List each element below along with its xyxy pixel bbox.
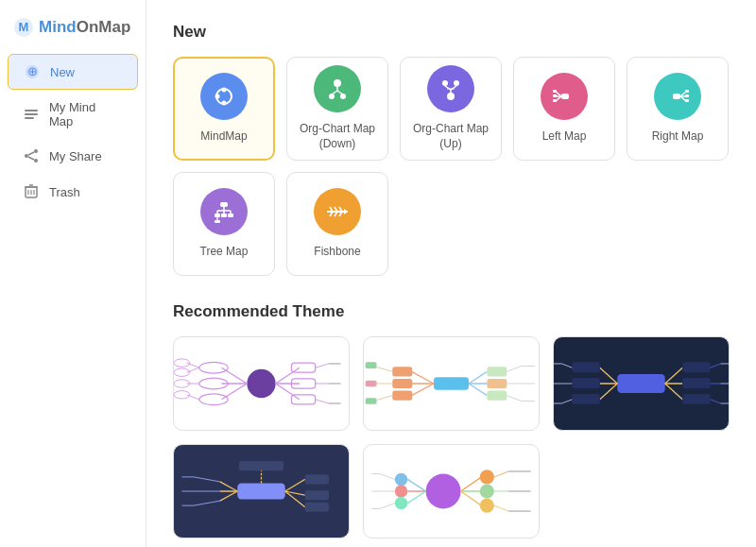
map-card-org-chart-down[interactable]: Org-Chart Map (Down) [286, 57, 388, 161]
svg-marker-61 [344, 209, 348, 214]
svg-text:⊕: ⊕ [27, 64, 38, 78]
svg-rect-137 [572, 378, 599, 388]
theme-card-4[interactable] [173, 444, 350, 538]
svg-line-116 [507, 396, 521, 402]
sidebar-item-my-share-label: My Share [49, 149, 102, 163]
svg-line-159 [194, 501, 220, 505]
share-icon [23, 147, 40, 164]
svg-rect-111 [487, 367, 507, 376]
map-card-mindmap[interactable]: MindMap [173, 57, 275, 161]
svg-point-169 [480, 499, 494, 513]
svg-point-180 [395, 485, 407, 497]
new-section: New MindMap [173, 23, 730, 276]
svg-rect-105 [366, 362, 377, 368]
sidebar-item-my-mind-map[interactable]: My Mind Map [8, 92, 138, 137]
sidebar: M MindOnMap ⊕ New My Mind Map [0, 0, 146, 547]
svg-text:M: M [19, 20, 29, 34]
svg-point-7 [34, 149, 38, 153]
svg-rect-125 [682, 378, 710, 388]
svg-rect-153 [305, 503, 329, 512]
tree-map-label: Tree Map [200, 245, 249, 260]
svg-rect-49 [220, 202, 228, 207]
svg-rect-47 [685, 94, 689, 97]
sidebar-item-my-share[interactable]: My Share [8, 139, 138, 173]
svg-rect-95 [434, 377, 469, 389]
svg-rect-151 [305, 474, 329, 484]
svg-rect-56 [221, 214, 227, 217]
svg-line-123 [665, 384, 683, 400]
svg-point-163 [426, 474, 461, 509]
svg-line-172 [494, 505, 508, 511]
map-card-left-map[interactable]: Left Map [513, 57, 615, 161]
svg-point-33 [447, 93, 455, 100]
svg-point-22 [334, 79, 341, 87]
theme-card-2[interactable] [363, 336, 540, 431]
svg-rect-41 [553, 99, 557, 102]
logo: M MindOnMap [0, 9, 146, 53]
org-chart-down-label: Org-Chart Map (Down) [287, 122, 387, 151]
recommended-theme-section: Recommended Theme [173, 302, 730, 538]
svg-line-71 [221, 384, 247, 400]
map-cards-grid: MindMap Org-Chart Map (Down) [173, 57, 730, 276]
svg-line-96 [411, 371, 434, 384]
main-content: New MindMap [146, 0, 756, 547]
theme-card-1[interactable] [173, 336, 350, 431]
svg-rect-145 [237, 484, 284, 500]
svg-rect-120 [617, 374, 664, 393]
sidebar-item-new[interactable]: ⊕ New [8, 54, 138, 90]
svg-rect-40 [553, 94, 557, 97]
svg-rect-46 [685, 90, 689, 93]
map-card-fishbone[interactable]: Fishbone [286, 172, 388, 276]
svg-rect-147 [239, 461, 284, 470]
svg-line-83 [276, 368, 300, 384]
svg-rect-4 [25, 110, 38, 111]
svg-line-85 [276, 384, 300, 400]
svg-point-21 [215, 94, 220, 99]
svg-line-178 [407, 491, 425, 504]
map-card-org-chart-up[interactable]: Org-Chart Map (Up) [400, 57, 502, 161]
theme-card-5[interactable] [363, 444, 540, 538]
svg-line-154 [220, 482, 238, 491]
sidebar-item-trash[interactable]: Trash [8, 175, 138, 209]
svg-point-179 [395, 473, 407, 486]
svg-rect-152 [305, 490, 329, 500]
left-map-icon [541, 73, 588, 120]
svg-rect-106 [366, 381, 377, 387]
svg-line-133 [600, 368, 618, 384]
svg-line-141 [561, 400, 572, 403]
svg-line-110 [469, 384, 487, 396]
fishbone-icon [314, 188, 361, 235]
svg-line-129 [711, 400, 721, 403]
svg-point-26 [329, 94, 335, 99]
svg-point-8 [25, 154, 28, 158]
mind-map-icon [23, 106, 40, 123]
theme-card-3[interactable] [553, 336, 730, 431]
theme-grid [173, 336, 730, 538]
svg-line-89 [316, 364, 329, 368]
svg-line-157 [194, 477, 220, 482]
svg-rect-99 [392, 367, 412, 376]
left-map-label: Left Map [542, 129, 587, 145]
map-card-tree-map[interactable]: Tree Map [173, 172, 275, 276]
svg-rect-100 [392, 379, 412, 388]
svg-point-20 [222, 101, 227, 106]
svg-line-164 [461, 477, 482, 491]
svg-line-121 [665, 368, 683, 384]
svg-line-156 [220, 491, 238, 501]
svg-point-29 [454, 80, 459, 86]
svg-line-166 [461, 491, 482, 505]
right-map-icon [654, 73, 701, 120]
org-chart-up-icon [427, 65, 474, 112]
right-map-label: Right Map [652, 129, 704, 145]
map-card-right-map[interactable]: Right Map [627, 57, 729, 161]
svg-rect-59 [215, 220, 220, 223]
fishbone-label: Fishbone [314, 245, 360, 260]
trash-icon [23, 183, 40, 200]
svg-line-176 [407, 479, 425, 491]
svg-line-114 [507, 367, 521, 372]
svg-point-19 [222, 88, 227, 93]
new-icon: ⊕ [24, 63, 41, 80]
svg-line-139 [561, 364, 572, 368]
svg-point-167 [480, 470, 494, 484]
org-chart-up-label: Org-Chart Map (Up) [401, 122, 501, 151]
